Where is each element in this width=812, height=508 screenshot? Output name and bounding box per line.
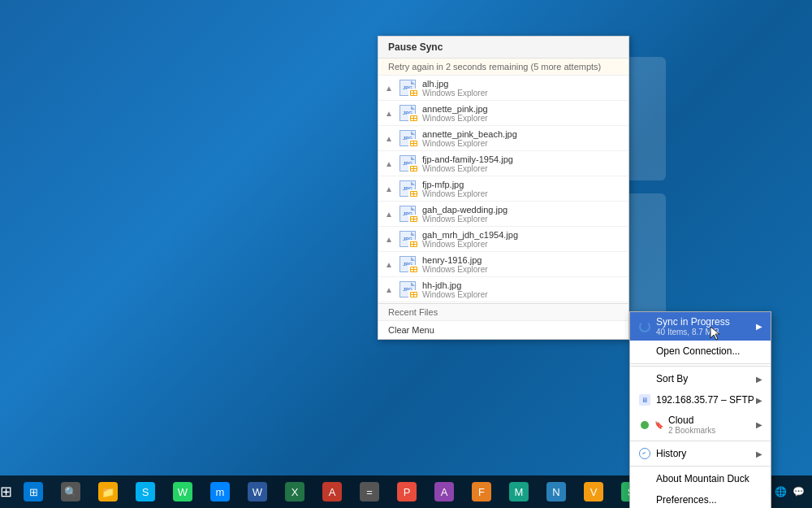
jpg-file-icon: JPG bbox=[400, 80, 416, 96]
upload-arrow-icon: ▲ bbox=[385, 134, 393, 143]
svg-rect-13 bbox=[414, 141, 417, 143]
svg-rect-10 bbox=[411, 119, 413, 120]
pause-sync-button[interactable]: Pause Sync bbox=[378, 37, 628, 59]
taskbar-app-item[interactable]: ⊞ bbox=[15, 476, 51, 507]
app-icon-symbol: 🔍 bbox=[64, 486, 77, 498]
taskbar-app-item[interactable]: F bbox=[464, 476, 499, 507]
svg-rect-39 bbox=[414, 295, 417, 297]
sync-file-item: ▲ JPG henry-1916.jpg Windows Explorer bbox=[378, 252, 628, 277]
file-icon: JPG bbox=[398, 229, 417, 249]
svg-rect-15 bbox=[414, 144, 417, 145]
svg-rect-12 bbox=[411, 141, 413, 143]
jpg-file-icon: JPG bbox=[400, 231, 416, 247]
taskbar-app-icon: ⊞ bbox=[24, 482, 43, 501]
menu-item-about[interactable]: About Mountain Duck bbox=[630, 468, 771, 489]
svg-rect-21 bbox=[414, 192, 417, 193]
taskbar-app-icon: W bbox=[248, 482, 267, 501]
file-name: annette_pink_beach.jpg bbox=[422, 129, 622, 139]
menu-item-sftp[interactable]: 🖥 192.168.35.77 – SFTP ▶ bbox=[630, 389, 771, 410]
file-details: alh.jpg Windows Explorer bbox=[422, 79, 622, 98]
taskbar-app-item[interactable]: A bbox=[314, 476, 350, 507]
taskbar-app-item[interactable]: m bbox=[202, 476, 238, 507]
svg-rect-14 bbox=[411, 144, 413, 145]
file-icon: JPG bbox=[398, 179, 417, 198]
taskbar-app-item[interactable]: N bbox=[538, 476, 574, 507]
app-icon-symbol: S bbox=[142, 486, 149, 498]
file-name: fjp-mfp.jpg bbox=[422, 180, 622, 189]
cloud-icon bbox=[639, 419, 650, 431]
jpg-file-icon: JPG bbox=[400, 105, 416, 121]
menu-item-icon bbox=[638, 472, 651, 485]
taskbar-app-item[interactable]: W bbox=[165, 476, 201, 507]
jpg-file-icon: JPG bbox=[400, 180, 416, 197]
svg-rect-34 bbox=[411, 270, 413, 271]
file-icon: JPG bbox=[398, 254, 417, 274]
menu-item-sync_in_progress[interactable]: Sync in Progress 40 Items, 8.7 MiB ▶ bbox=[630, 312, 771, 341]
menu-item-history[interactable]: History ▶ bbox=[630, 443, 771, 464]
file-name: henry-1916.jpg bbox=[422, 255, 622, 265]
clear-menu-button[interactable]: Clear Menu bbox=[378, 321, 628, 339]
menu-item-icon bbox=[638, 493, 651, 506]
taskbar-app-item[interactable]: M bbox=[501, 476, 537, 507]
taskbar-app-icon: V bbox=[584, 482, 603, 501]
menu-item-label: Cloud bbox=[668, 415, 751, 426]
taskbar-app-item[interactable]: W bbox=[240, 476, 275, 507]
taskbar-app-icon: W bbox=[173, 482, 192, 501]
svg-rect-17 bbox=[414, 167, 417, 168]
upload-arrow-icon: ▲ bbox=[385, 109, 393, 118]
menu-item-label: 192.168.35.77 – SFTP bbox=[656, 394, 751, 406]
svg-rect-27 bbox=[414, 219, 417, 221]
menu-item-content: Sync in Progress 40 Items, 8.7 MiB bbox=[656, 316, 751, 336]
taskbar-app-item[interactable]: 📁 bbox=[90, 476, 126, 507]
sync-file-item: ▲ JPG gah_mrh_jdh_c1954.jpg Windows Expl… bbox=[378, 227, 628, 252]
file-name: alh.jpg bbox=[422, 79, 622, 89]
svg-rect-20 bbox=[411, 192, 413, 193]
svg-rect-24 bbox=[411, 217, 413, 219]
taskbar-app-item[interactable]: S bbox=[127, 476, 163, 507]
tray-chat-icon[interactable]: 💬 bbox=[792, 485, 805, 498]
svg-rect-7 bbox=[414, 93, 417, 95]
upload-arrow-icon: ▲ bbox=[385, 185, 393, 193]
taskbar-app-item[interactable]: X bbox=[277, 476, 313, 507]
windows-start-icon: ⊞ bbox=[0, 483, 12, 501]
taskbar-app-item[interactable]: 🔍 bbox=[53, 476, 89, 507]
menu-item-content: Sort By bbox=[656, 373, 751, 384]
file-details: gah_dap-wedding.jpg Windows Explorer bbox=[422, 205, 622, 224]
menu-item-subtext: 2 Bookmarks bbox=[668, 426, 751, 435]
submenu-arrow-icon: ▶ bbox=[756, 449, 762, 458]
taskbar-app-item[interactable]: V bbox=[576, 476, 611, 507]
menu-item-cloud[interactable]: 🔖 Cloud 2 Bookmarks ▶ bbox=[630, 410, 771, 439]
tray-network-icon[interactable]: 🌐 bbox=[774, 485, 787, 498]
upload-arrow-icon: ▲ bbox=[385, 235, 393, 244]
menu-item-content: Open Connection... bbox=[656, 345, 762, 357]
file-source: Windows Explorer bbox=[422, 139, 622, 148]
menu-item-sort_by[interactable]: Sort By ▶ bbox=[630, 368, 771, 389]
app-icon-symbol: A bbox=[329, 486, 336, 498]
menu-item-icon bbox=[638, 419, 651, 432]
menu-item-label: Sync in Progress bbox=[656, 316, 751, 328]
file-icon: JPG bbox=[398, 204, 417, 224]
app-icon-symbol: W bbox=[253, 486, 262, 498]
start-button[interactable]: ⊞ bbox=[0, 476, 12, 507]
menu-item-open_connection[interactable]: Open Connection... bbox=[630, 341, 771, 362]
file-icon: JPG bbox=[398, 280, 417, 299]
taskbar-app-item[interactable]: A bbox=[426, 476, 462, 507]
taskbar-app-icon: 📁 bbox=[98, 482, 118, 501]
taskbar-app-icon: A bbox=[434, 482, 454, 501]
menu-separator bbox=[630, 441, 771, 441]
file-source: Windows Explorer bbox=[422, 240, 622, 249]
file-icon: JPG bbox=[398, 154, 417, 173]
file-source: Windows Explorer bbox=[422, 89, 622, 98]
taskbar-app-item[interactable]: P bbox=[389, 476, 425, 507]
jpg-file-icon: JPG bbox=[400, 281, 416, 297]
upload-arrow-icon: ▲ bbox=[385, 260, 393, 269]
menu-item-label: About Mountain Duck bbox=[656, 473, 762, 484]
upload-arrow-icon: ▲ bbox=[385, 210, 393, 219]
app-icon-symbol: P bbox=[404, 486, 411, 498]
file-icon: JPG bbox=[398, 128, 417, 148]
sync-file-item: ▲ JPG fjp-mfp.jpg Windows Explorer bbox=[378, 176, 628, 202]
svg-rect-36 bbox=[411, 293, 413, 294]
taskbar-app-item[interactable]: = bbox=[352, 476, 387, 507]
menu-item-preferences[interactable]: Preferences... bbox=[630, 489, 771, 508]
file-source: Windows Explorer bbox=[422, 290, 622, 299]
